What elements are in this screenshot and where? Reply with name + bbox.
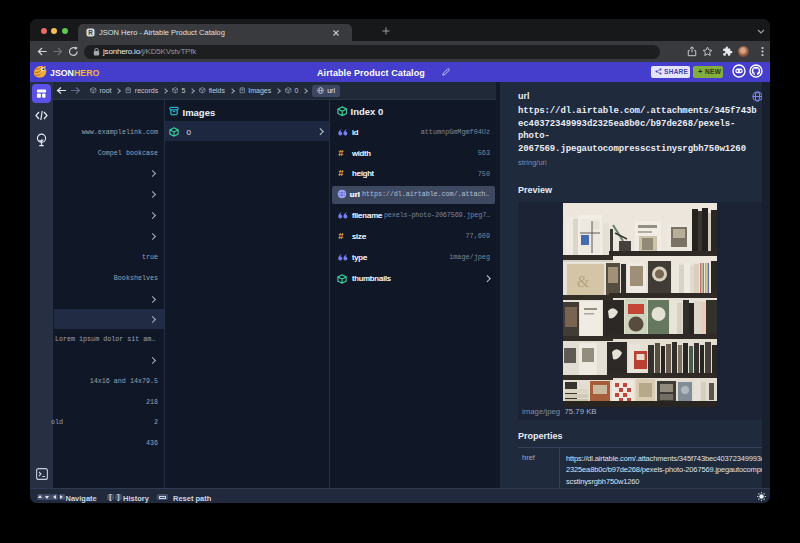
svg-text:R: R <box>88 29 93 36</box>
